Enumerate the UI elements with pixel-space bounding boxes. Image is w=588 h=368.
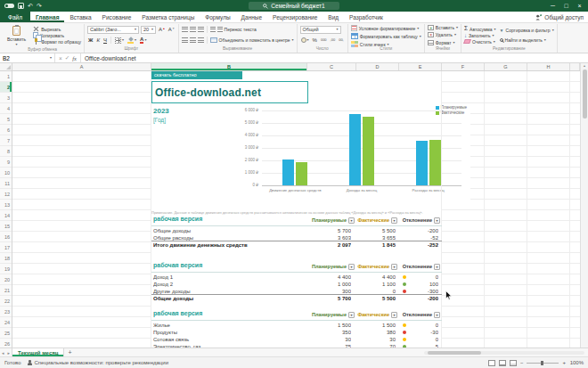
table-cell-actual[interactable]: 1 845: [356, 242, 396, 248]
font-color-button[interactable]: А▾: [139, 37, 147, 44]
row-header-17[interactable]: 17: [0, 242, 12, 253]
close-button[interactable]: ×: [573, 0, 586, 12]
filter-button[interactable]: ▾: [434, 312, 440, 318]
table-cell-actual[interactable]: 1 500: [356, 323, 396, 328]
autosave-toggle[interactable]: [4, 4, 14, 8]
align-left-icon[interactable]: [182, 37, 188, 43]
row-header-9[interactable]: 9: [0, 157, 12, 168]
page-layout-view-button[interactable]: [499, 360, 506, 366]
filter-button[interactable]: ▾: [391, 312, 397, 318]
table-header-actual[interactable]: Фактические: [356, 312, 389, 317]
save-icon[interactable]: [18, 3, 24, 9]
row-header-24[interactable]: 24: [0, 317, 12, 328]
filter-button[interactable]: ▾: [434, 264, 440, 270]
horizontal-scrollbar-thumb[interactable]: [428, 351, 481, 355]
table-header-actual[interactable]: Фактические: [356, 264, 389, 269]
find-select-button[interactable]: Найти и выделить▾: [500, 37, 554, 43]
ribbon-tab-Рисование[interactable]: Рисование: [97, 12, 137, 22]
bold-button[interactable]: Ж: [87, 37, 94, 43]
row-header-5[interactable]: 5: [0, 114, 12, 125]
table-cell-planned[interactable]: 30: [307, 337, 351, 342]
table-row-label[interactable]: Общие доходы: [153, 296, 305, 301]
table-header-deviation[interactable]: Отклонение: [399, 217, 432, 223]
normal-view-button[interactable]: [488, 360, 495, 366]
horizontal-scrollbar[interactable]: [424, 351, 584, 355]
shrink-font-button[interactable]: А▾: [167, 27, 176, 32]
column-header-G[interactable]: G: [485, 63, 527, 70]
delete-cells-button[interactable]: Удалить▾: [428, 32, 458, 37]
wrap-text-button[interactable]: Перенос текста: [217, 27, 257, 33]
table-cell-actual[interactable]: 5 500: [356, 296, 396, 301]
font-name-select[interactable]: Calibri (Заго...▾: [87, 26, 139, 34]
orientation-icon[interactable]: [210, 27, 216, 32]
table-cell-planned[interactable]: 5 700: [307, 228, 351, 233]
row-header-18[interactable]: 18: [0, 253, 12, 264]
table-cell-deviation[interactable]: -200: [399, 296, 438, 301]
font-size-select[interactable]: 20▾: [141, 26, 156, 34]
format-as-table-button[interactable]: Форматировать как таблицу▾: [351, 33, 421, 39]
ribbon-tab-Разметка страницы[interactable]: Разметка страницы: [136, 12, 200, 22]
promo-banner[interactable]: скачать бесплатно: [151, 71, 242, 79]
percent-style-button[interactable]: %: [312, 37, 318, 43]
row-header-2[interactable]: 2: [0, 82, 12, 93]
ribbon-tab-Рецензирование[interactable]: Рецензирование: [267, 12, 323, 22]
vertical-scrollbar[interactable]: ▴: [580, 63, 588, 348]
row-header-22[interactable]: 22: [0, 296, 12, 307]
row-header-8[interactable]: 8: [0, 146, 12, 157]
table-cell-actual[interactable]: 4 400: [356, 274, 396, 280]
row-header-6[interactable]: 6: [0, 125, 12, 135]
autosum-button[interactable]: ΣАвтосумма▾: [464, 26, 496, 32]
row-header-14[interactable]: 14: [0, 210, 12, 221]
name-box[interactable]: B2 ▾: [0, 53, 55, 62]
row-header-11[interactable]: 11: [0, 178, 12, 189]
table-row-label[interactable]: Итого движение денежных средств: [153, 242, 305, 248]
accounting-format-button[interactable]: ▾: [300, 37, 310, 43]
cut-button[interactable]: Вырезать: [33, 26, 81, 32]
table-header-planned[interactable]: Планируемые: [307, 264, 347, 269]
table-row-label[interactable]: Электричество, газ: [153, 344, 305, 348]
insert-function-icon[interactable]: fx: [72, 55, 77, 61]
insert-cells-button[interactable]: Вставить▾: [428, 25, 458, 30]
zoom-in-button[interactable]: +: [562, 360, 566, 365]
add-sheet-button[interactable]: +: [64, 348, 75, 356]
table-cell-actual[interactable]: 1 100: [356, 282, 396, 287]
select-all-corner[interactable]: [0, 63, 12, 70]
table-cell-deviation[interactable]: -252: [399, 242, 438, 248]
clear-button[interactable]: Очистить▾: [464, 38, 496, 45]
table-cell-planned[interactable]: 5 700: [307, 296, 351, 301]
paste-button[interactable]: Вставить ▾: [4, 25, 29, 46]
table-row-label[interactable]: Продукты: [153, 330, 305, 335]
table-header-deviation[interactable]: Отклонение: [399, 312, 432, 317]
row-header-10[interactable]: 10: [0, 168, 12, 178]
row-header-3[interactable]: 3: [0, 93, 12, 103]
table-cell-deviation[interactable]: -200: [399, 228, 438, 233]
row-header-15[interactable]: 15: [0, 221, 12, 232]
maximize-button[interactable]: □: [559, 0, 573, 12]
table-cell-planned[interactable]: 1 000: [307, 282, 351, 287]
sort-filter-button[interactable]: ▼Сортировка и фильтр▾: [500, 28, 554, 34]
zoom-slider-thumb[interactable]: [541, 361, 543, 365]
table-row-label[interactable]: Доход 2: [153, 282, 305, 287]
table-cell-actual[interactable]: 380: [356, 330, 396, 335]
italic-button[interactable]: К: [95, 37, 101, 43]
filter-button[interactable]: ▾: [434, 217, 440, 224]
table-header-planned[interactable]: Планируемые: [307, 312, 347, 317]
filter-button[interactable]: ▾: [348, 312, 355, 318]
accessibility-status[interactable]: Специальные возможности: проверьте реком…: [28, 360, 168, 365]
underline-button[interactable]: Ч: [102, 37, 108, 43]
redo-icon[interactable]: ↷: [37, 3, 42, 9]
row-header-7[interactable]: 7: [0, 135, 12, 146]
cancel-entry-icon[interactable]: ×: [59, 55, 62, 61]
name-box-dropdown-icon[interactable]: ▾: [50, 56, 52, 60]
share-button[interactable]: Общий доступ: [535, 14, 584, 20]
page-break-view-button[interactable]: [510, 360, 517, 366]
filter-button[interactable]: ▾: [391, 217, 397, 224]
row-header-16[interactable]: 16: [0, 232, 12, 242]
row-header-4[interactable]: 4: [0, 103, 12, 114]
formula-input[interactable]: Office-download.net: [81, 53, 140, 62]
filter-button[interactable]: ▾: [348, 217, 355, 224]
scroll-up-icon[interactable]: ▴: [584, 63, 585, 68]
search-box[interactable]: Семейный бюджет1: [249, 2, 339, 10]
copy-button[interactable]: Копировать: [33, 32, 81, 38]
conditional-formatting-button[interactable]: Условное форматирование▾: [351, 25, 421, 31]
